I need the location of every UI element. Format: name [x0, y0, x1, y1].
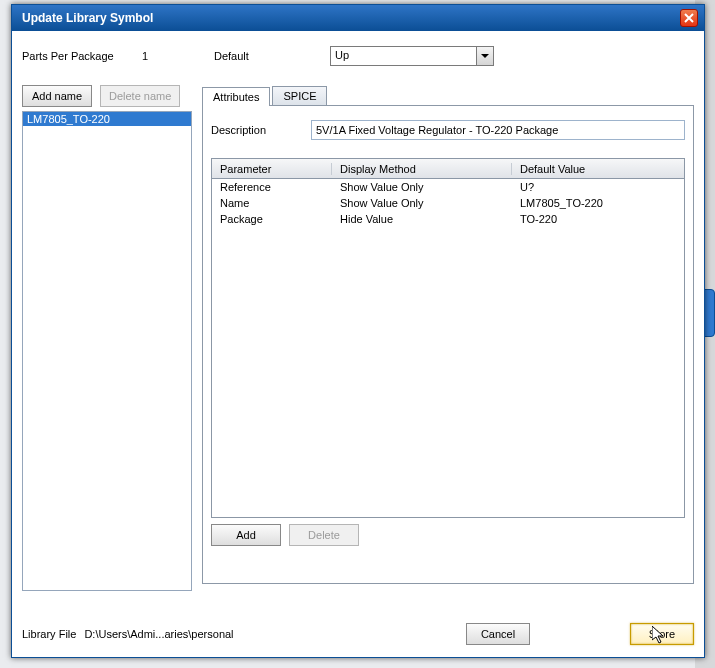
add-name-button[interactable]: Add name: [22, 85, 92, 107]
table-row[interactable]: Reference Show Value Only U?: [212, 179, 684, 195]
header-display-method: Display Method: [332, 163, 512, 175]
titlebar[interactable]: Update Library Symbol: [12, 5, 704, 31]
table-row[interactable]: Package Hide Value TO-220: [212, 211, 684, 227]
store-button[interactable]: Store: [630, 623, 694, 645]
library-file-path: D:\Users\Admi...aries\personal: [84, 628, 233, 640]
update-library-symbol-dialog: Update Library Symbol Parts Per Package …: [11, 4, 705, 658]
description-input[interactable]: [311, 120, 685, 140]
default-label: Default: [214, 50, 330, 62]
library-file-label: Library File: [22, 628, 76, 640]
parameters-table[interactable]: Parameter Display Method Default Value R…: [211, 158, 685, 518]
table-header: Parameter Display Method Default Value: [212, 159, 684, 179]
header-default-value: Default Value: [512, 163, 684, 175]
tab-spice[interactable]: SPICE: [272, 86, 327, 105]
attributes-panel: Description Parameter Display Method Def…: [202, 106, 694, 584]
close-button[interactable]: [680, 9, 698, 27]
header-parameter: Parameter: [212, 163, 332, 175]
default-dropdown-value: Up: [331, 47, 476, 65]
delete-name-button: Delete name: [100, 85, 180, 107]
table-row[interactable]: Name Show Value Only LM7805_TO-220: [212, 195, 684, 211]
chevron-down-icon: [476, 47, 493, 65]
list-item[interactable]: LM7805_TO-220: [23, 112, 191, 126]
description-label: Description: [211, 124, 311, 136]
part-names-list[interactable]: LM7805_TO-220: [22, 111, 192, 591]
parts-per-package-label: Parts Per Package: [22, 50, 142, 62]
cancel-button[interactable]: Cancel: [466, 623, 530, 645]
delete-parameter-button: Delete: [289, 524, 359, 546]
tab-attributes[interactable]: Attributes: [202, 87, 270, 106]
add-parameter-button[interactable]: Add: [211, 524, 281, 546]
dialog-title: Update Library Symbol: [22, 11, 153, 25]
close-icon: [684, 13, 694, 23]
parts-per-package-value: 1: [142, 50, 214, 62]
default-dropdown[interactable]: Up: [330, 46, 494, 66]
